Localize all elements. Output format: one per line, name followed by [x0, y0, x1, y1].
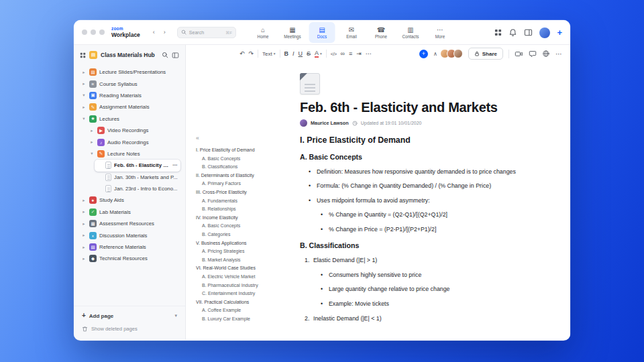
chevron-icon[interactable] [81, 81, 87, 86]
comment-icon[interactable] [529, 50, 537, 58]
chevron-icon[interactable] [89, 128, 95, 133]
outline-item[interactable]: B. Relationships [196, 205, 272, 214]
doc-block[interactable]: • Formula: (% Change in Quantity Demande… [300, 182, 546, 190]
outline-item[interactable]: A. Coffee Example [196, 306, 272, 315]
collapse-toolbar-icon[interactable] [433, 51, 437, 57]
sidebar-item-video-recordings[interactable]: ▶ Video Recordings [87, 125, 180, 136]
doc-block[interactable]: • Consumers highly sensitive to price [300, 272, 546, 279]
undo-icon[interactable]: ↶ [239, 50, 245, 57]
outline-item[interactable]: A. Basic Concepts [196, 222, 272, 231]
tab-contacts[interactable]: ▥ Contacts [398, 22, 424, 43]
sidebar-item-discussion-materials[interactable]: ◖ Discussion Materials [78, 229, 180, 241]
forward-icon[interactable] [160, 28, 169, 37]
sidebar-item-reading-materials[interactable]: ▣ Reading Materials [78, 90, 180, 101]
add-new-button[interactable] [557, 28, 562, 37]
sidebar-item-technical-resources[interactable]: ◆ Technical Resources [78, 253, 180, 264]
sidebar-page-jan-30[interactable]: Jan. 30th - Markets and P... [95, 172, 180, 183]
tab-more[interactable]: ⋯ More [427, 22, 453, 43]
doc-block[interactable]: A. Basic Concepts [300, 153, 546, 161]
doc-block[interactable]: • Uses midpoint formula to avoid asymmet… [300, 197, 546, 204]
bold-button[interactable]: B [284, 50, 289, 57]
text-color-button[interactable]: A ▾ [315, 50, 322, 58]
zoom-window-button[interactable] [99, 29, 105, 35]
strikethrough-button[interactable]: S [307, 50, 311, 57]
chevron-icon[interactable] [81, 70, 87, 75]
outline-item[interactable]: III. Cross-Price Elasticity [196, 188, 272, 197]
more-formatting-button[interactable]: ⋯ [366, 50, 372, 57]
sidebar-item-audio-recordings[interactable]: ♪ Audio Recordings [87, 136, 180, 147]
outline-item[interactable]: C. Entertainment Industry [196, 290, 272, 298]
indent-button[interactable]: ⇥ [356, 50, 362, 57]
doc-block[interactable]: • Example: Movie tickets [300, 300, 546, 308]
outline-item[interactable]: VI. Real-World Case Studies [196, 264, 272, 273]
chevron-down-icon[interactable] [174, 313, 177, 318]
sidebar-page-jan-23[interactable]: Jan. 23rd - Intro to Econo... [95, 183, 180, 194]
bullet-list-button[interactable]: ≡ [349, 50, 352, 57]
outline-item[interactable]: B. Market Analysis [196, 256, 272, 265]
chevron-icon[interactable] [81, 198, 87, 203]
sidebar-item-reference-materials[interactable]: ▤ Reference Materials [78, 241, 180, 253]
outline-item[interactable]: B. Classifications [196, 163, 272, 172]
sidebar-item-assignment-materials[interactable]: ✎ Assignment Materials [78, 101, 180, 113]
back-icon[interactable] [150, 28, 158, 37]
sidebar-item-course-syllabus[interactable]: ≡ Course Syllabus [78, 78, 180, 89]
chevron-icon[interactable] [81, 233, 87, 238]
row-more-icon[interactable] [172, 162, 178, 168]
tab-home[interactable]: ⌂ Home [250, 22, 276, 43]
outline-item[interactable]: B. Luxury Car Example [196, 315, 272, 324]
workspace-grid-icon[interactable] [80, 52, 86, 58]
sidebar-item-lab-materials[interactable]: ✓ Lab Materials [78, 206, 180, 218]
doc-block[interactable]: • Definition: Measures how responsive qu… [300, 168, 546, 176]
chevron-icon[interactable] [81, 93, 87, 98]
doc-block[interactable]: • % Change in Price = (P2-P1)/[(P2+P1)/2… [300, 226, 546, 233]
code-button[interactable]: </> [331, 52, 337, 56]
tab-meetings[interactable]: ▦ Meetings [280, 22, 306, 43]
outline-collapse-icon[interactable] [196, 135, 272, 141]
chevron-icon[interactable] [81, 105, 87, 110]
global-search-input[interactable]: Search ⌘F [177, 27, 236, 38]
doc-block[interactable]: B. Classifications [300, 241, 546, 249]
outline-item[interactable]: I. Price Elasticity of Demand [196, 146, 272, 155]
show-deleted-pages-button[interactable]: Show deleted pages [82, 326, 177, 332]
chevron-icon[interactable] [81, 256, 87, 261]
tab-phone[interactable]: ☎ Phone [368, 22, 394, 43]
tab-docs[interactable]: ▤ Docs [309, 22, 335, 43]
outline-item[interactable]: IV. Income Elasticity [196, 214, 272, 223]
user-avatar[interactable] [539, 27, 550, 38]
document-canvas[interactable]: Feb. 6th - Elasticity and Markets Mauric… [276, 62, 570, 340]
video-camera-icon[interactable] [515, 50, 523, 58]
outline-item[interactable]: A. Primary Factors [196, 180, 272, 188]
sidebar-item-lecture-slides[interactable]: ▤ Lecture Slides/Presentations [78, 66, 180, 78]
outline-item[interactable]: B. Categories [196, 231, 272, 239]
doc-block[interactable]: • % Change in Quantity = (Q2-Q1)/[(Q2+Q1… [300, 211, 546, 219]
window-controls[interactable] [82, 29, 105, 35]
more-options-icon[interactable] [555, 50, 562, 58]
insert-plus-icon[interactable] [419, 50, 428, 58]
panel-toggle-icon[interactable] [524, 28, 533, 37]
collapse-sidebar-icon[interactable] [172, 52, 179, 59]
document-title[interactable]: Feb. 6th - Elasticity and Markets [300, 100, 546, 115]
sidebar-item-lecture-notes[interactable]: ✎ Lecture Notes [87, 148, 180, 160]
italic-button[interactable]: I [292, 50, 294, 57]
chevron-icon[interactable] [89, 151, 95, 156]
outline-item[interactable]: A. Pricing Strategies [196, 247, 272, 256]
sidebar-search-icon[interactable] [162, 52, 168, 58]
doc-block[interactable]: 1. Elastic Demand (|E| > 1) [300, 257, 546, 264]
outline-item[interactable]: A. Electric Vehicle Market [196, 273, 272, 282]
share-button[interactable]: Share [468, 48, 503, 60]
bell-icon[interactable] [508, 28, 517, 37]
redo-icon[interactable]: ↷ [249, 50, 254, 57]
doc-block[interactable]: 2. Inelastic Demand (|E| < 1) [300, 315, 546, 322]
outline-item[interactable]: A. Basic Concepts [196, 155, 272, 164]
chevron-icon[interactable] [81, 116, 87, 121]
outline-item[interactable]: VII. Practical Calculations [196, 298, 272, 307]
tab-email[interactable]: ✉ Email [339, 22, 365, 43]
outline-item[interactable]: A. Fundamentals [196, 197, 272, 206]
apps-grid-icon[interactable] [494, 29, 502, 36]
minimize-window-button[interactable] [91, 29, 96, 35]
chevron-icon[interactable] [81, 209, 87, 215]
underline-button[interactable]: U [299, 50, 303, 57]
sidebar-item-study-aids[interactable]: ● Study Aids [78, 194, 180, 206]
sidebar-page-feb-6[interactable]: Feb. 6th - Elasticity and M... [95, 160, 180, 171]
outline-item[interactable]: V. Business Applications [196, 239, 272, 248]
